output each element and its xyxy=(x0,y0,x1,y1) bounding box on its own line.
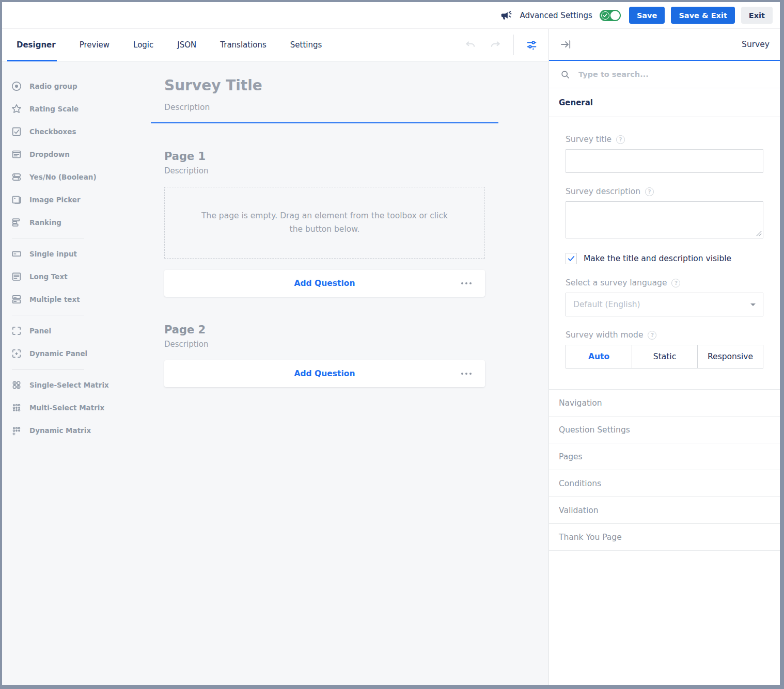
tab-json[interactable]: JSON xyxy=(177,29,196,61)
question-type-menu-icon[interactable] xyxy=(458,370,475,378)
save-and-exit-button[interactable]: Save & Exit xyxy=(671,7,734,24)
add-question-card[interactable]: Add Question xyxy=(164,360,485,387)
add-question-button[interactable]: Add Question xyxy=(294,279,355,288)
toolbox-item-panel[interactable]: Panel xyxy=(10,319,143,342)
collapse-panel-icon[interactable] xyxy=(559,38,572,51)
toolbox-item-image-picker[interactable]: Image Picker xyxy=(10,188,143,211)
survey-title-field[interactable] xyxy=(566,149,763,173)
title-visibility-label: Make the title and description visible xyxy=(584,254,731,263)
redo-icon[interactable] xyxy=(489,38,502,52)
rating-scale-icon xyxy=(10,103,23,115)
add-question-button[interactable]: Add Question xyxy=(294,369,355,378)
toolbox-item-ranking[interactable]: Ranking xyxy=(10,211,143,234)
help-icon[interactable]: ? xyxy=(616,135,625,144)
language-label-row: Select a survey language ? xyxy=(566,278,763,287)
toolbox-item-multi-select-matrix[interactable]: Multi-Select Matrix xyxy=(10,396,143,419)
dynamic-matrix-icon xyxy=(10,424,23,437)
help-icon[interactable]: ? xyxy=(648,331,656,340)
creator-settings-icon[interactable] xyxy=(525,39,538,52)
empty-page-dropzone[interactable]: The page is empty. Drag an element from … xyxy=(164,187,485,259)
toolbox-item-checkboxes[interactable]: Checkboxes xyxy=(10,120,143,143)
toolbox-item-dynamic-matrix[interactable]: Dynamic Matrix xyxy=(10,419,143,442)
page-description-editable[interactable]: Description xyxy=(164,340,485,349)
save-button[interactable]: Save xyxy=(629,7,665,24)
width-mode-static[interactable]: Static xyxy=(632,345,697,368)
survey-title-label-row: Survey title ? xyxy=(566,135,763,144)
question-type-menu-icon[interactable] xyxy=(458,279,475,287)
survey-description-field[interactable] xyxy=(566,201,763,238)
section-pages[interactable]: Pages xyxy=(549,443,780,470)
long-text-icon xyxy=(10,270,23,283)
width-mode-label: Survey width mode xyxy=(566,330,643,340)
boolean-icon xyxy=(10,171,23,183)
toolbox-item-long-text[interactable]: Long Text xyxy=(10,265,143,288)
tab-logic[interactable]: Logic xyxy=(133,29,153,61)
exit-button[interactable]: Exit xyxy=(741,7,773,24)
toolbox-item-rating-scale[interactable]: Rating Scale xyxy=(10,98,143,120)
search-icon xyxy=(560,69,571,80)
multi-select-matrix-icon xyxy=(10,402,23,414)
width-mode-responsive[interactable]: Responsive xyxy=(697,345,763,368)
design-surface: Radio group Rating Scale Checkboxes Drop… xyxy=(2,61,548,685)
advanced-settings-label: Advanced Settings xyxy=(520,11,592,20)
section-navigation[interactable]: Navigation xyxy=(549,390,780,416)
survey-title-label: Survey title xyxy=(566,135,611,144)
section-general-header[interactable]: General xyxy=(549,88,780,117)
tab-settings[interactable]: Settings xyxy=(290,29,322,61)
tab-designer[interactable]: Designer xyxy=(17,29,56,61)
survey-description-editable[interactable]: Description xyxy=(164,103,485,112)
toolbox-item-radio-group[interactable]: Radio group xyxy=(10,75,143,98)
undo-icon[interactable] xyxy=(464,38,477,52)
checkboxes-icon xyxy=(10,125,23,138)
main-area: Designer Preview Logic JSON Translations… xyxy=(2,29,780,685)
tab-translations[interactable]: Translations xyxy=(220,29,266,61)
section-question-settings[interactable]: Question Settings xyxy=(549,416,780,443)
page-title-editable[interactable]: Page 2 xyxy=(164,324,485,336)
toolbox: Radio group Rating Scale Checkboxes Drop… xyxy=(10,75,143,442)
property-search-row xyxy=(549,61,780,88)
language-select[interactable]: Default (English) xyxy=(566,293,763,316)
toolbox-item-boolean[interactable]: Yes/No (Boolean) xyxy=(10,166,143,188)
survey-canvas: Survey Title Description Page 1 Descript… xyxy=(151,61,498,387)
section-thank-you-page[interactable]: Thank You Page xyxy=(549,524,780,551)
page-1: Page 1 Description The page is empty. Dr… xyxy=(151,150,498,297)
help-icon[interactable]: ? xyxy=(645,187,654,196)
page-title-editable[interactable]: Page 1 xyxy=(164,150,485,163)
ranking-icon xyxy=(10,216,23,229)
resize-grip-icon[interactable] xyxy=(756,231,762,236)
section-conditions[interactable]: Conditions xyxy=(549,470,780,497)
toolbox-item-multiple-text[interactable]: Multiple text xyxy=(10,288,143,311)
image-picker-icon xyxy=(10,194,23,206)
page-2: Page 2 Description Add Question xyxy=(151,324,498,387)
language-label: Select a survey language xyxy=(566,278,667,287)
multiple-text-icon xyxy=(10,293,23,306)
selected-element-title: Survey xyxy=(742,40,770,49)
tab-tools xyxy=(464,29,548,61)
survey-title-editable[interactable]: Survey Title xyxy=(164,77,485,94)
page-description-editable[interactable]: Description xyxy=(164,166,485,175)
advanced-settings-toggle[interactable] xyxy=(600,10,621,21)
toolbox-item-single-input[interactable]: Single input xyxy=(10,243,143,265)
title-visibility-checkbox-row[interactable]: Make the title and description visible xyxy=(566,253,763,264)
survey-header-underline xyxy=(151,122,498,123)
toolbox-item-single-select-matrix[interactable]: Single-Select Matrix xyxy=(10,374,143,396)
tab-preview[interactable]: Preview xyxy=(80,29,109,61)
help-icon[interactable]: ? xyxy=(671,279,680,287)
survey-description-label-row: Survey description ? xyxy=(566,187,763,196)
toolbox-item-dynamic-panel[interactable]: Dynamic Panel xyxy=(10,342,143,365)
add-question-card[interactable]: Add Question xyxy=(164,270,485,297)
megaphone-icon xyxy=(500,9,513,22)
toolbox-item-dropdown[interactable]: Dropdown xyxy=(10,143,143,166)
toolbox-divider xyxy=(12,238,84,238)
toolbox-divider xyxy=(12,315,84,315)
survey-creator-window: Advanced Settings Save Save & Exit Exit … xyxy=(2,2,780,685)
width-mode-auto[interactable]: Auto xyxy=(566,345,632,368)
property-search-input[interactable] xyxy=(577,70,769,79)
single-select-matrix-icon xyxy=(10,379,23,391)
toolbox-divider xyxy=(12,369,84,370)
survey-description-label: Survey description xyxy=(566,187,640,196)
section-validation[interactable]: Validation xyxy=(549,497,780,524)
checkbox-checked-icon[interactable] xyxy=(566,253,577,264)
toolbar-divider xyxy=(513,35,514,55)
survey-header: Survey Title Description xyxy=(151,77,498,112)
